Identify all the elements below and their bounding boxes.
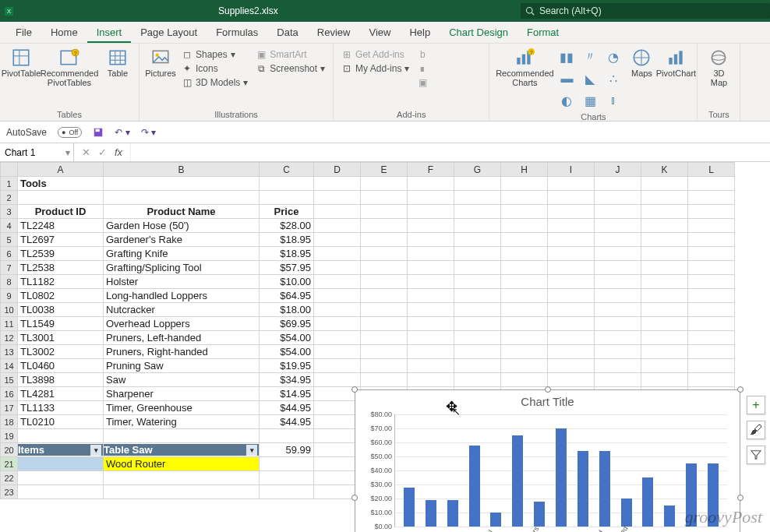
- table-row[interactable]: 8TL1182Holster$10.00: [1, 275, 735, 289]
- visio-button[interactable]: ▣: [414, 76, 484, 89]
- chart-bar[interactable]: [642, 477, 653, 527]
- cell[interactable]: Timer, Watering: [104, 415, 260, 429]
- col-header[interactable]: C: [260, 163, 314, 177]
- chart-bar[interactable]: [599, 451, 610, 527]
- tab-file[interactable]: File: [6, 22, 41, 43]
- pictures-button[interactable]: Pictures: [144, 47, 177, 78]
- chart-bar-button[interactable]: ▬: [556, 70, 577, 87]
- resize-handle[interactable]: [737, 386, 744, 393]
- chart-styles-button[interactable]: 🖌: [747, 421, 765, 439]
- name-box-input[interactable]: [5, 147, 59, 158]
- shapes-button[interactable]: ◻Shapes ▾: [178, 48, 251, 61]
- cell[interactable]: Overhead Loppers: [104, 317, 260, 331]
- save-button[interactable]: [93, 127, 104, 138]
- bing-maps-button[interactable]: b: [414, 48, 484, 61]
- tab-help[interactable]: Help: [400, 22, 440, 43]
- cell[interactable]: Grafting Knife: [104, 247, 260, 261]
- select-all[interactable]: [1, 163, 18, 177]
- maps-button[interactable]: Maps: [625, 47, 658, 78]
- cell[interactable]: TL3001: [18, 331, 104, 345]
- chart-title[interactable]: Chart Title: [355, 390, 740, 408]
- fx-icon[interactable]: fx: [115, 146, 122, 158]
- formula-input[interactable]: [131, 143, 770, 161]
- cell[interactable]: $34.95: [260, 373, 314, 387]
- cell[interactable]: $10.00: [260, 275, 314, 289]
- table-row[interactable]: 9TL0802Long-handled Loppers$64.95: [1, 289, 735, 303]
- row-header[interactable]: 13: [1, 345, 18, 359]
- cell[interactable]: TL0210: [18, 415, 104, 429]
- row-header[interactable]: 17: [1, 401, 18, 415]
- resize-handle[interactable]: [351, 386, 358, 393]
- cell[interactable]: $18.95: [260, 233, 314, 247]
- chart-area-button[interactable]: ◣: [580, 70, 600, 87]
- tab-page-layout[interactable]: Page Layout: [131, 22, 207, 43]
- row-header[interactable]: 21: [1, 457, 18, 471]
- cell[interactable]: TL0460: [18, 359, 104, 373]
- cell[interactable]: $69.95: [260, 317, 314, 331]
- col-header[interactable]: H: [501, 163, 548, 177]
- table-row[interactable]: 11TL1549Overhead Loppers$69.95: [1, 317, 735, 331]
- chart-bar[interactable]: [556, 428, 567, 527]
- worksheet[interactable]: A B C D E F G H I J K L 1Tools 2 3 Produ…: [0, 162, 770, 499]
- cell[interactable]: Sharpener: [104, 387, 260, 401]
- cell[interactable]: Product ID: [18, 205, 104, 219]
- cell[interactable]: $44.95: [260, 401, 314, 415]
- filter-dropdown-icon[interactable]: ▾: [90, 445, 101, 456]
- row-header[interactable]: 23: [1, 485, 18, 499]
- col-header[interactable]: K: [641, 163, 688, 177]
- tab-review[interactable]: Review: [308, 22, 360, 43]
- col-header[interactable]: D: [314, 163, 361, 177]
- cell[interactable]: Holster: [104, 275, 260, 289]
- icons-button[interactable]: ✦Icons: [178, 62, 251, 75]
- chart-column-button[interactable]: ▮▮: [556, 48, 577, 65]
- table-row[interactable]: 5TL2697Gardener's Rake$18.95: [1, 233, 735, 247]
- row-header[interactable]: 19: [1, 429, 18, 443]
- cancel-formula-icon[interactable]: ✕: [82, 146, 90, 158]
- cell[interactable]: TL0802: [18, 289, 104, 303]
- table-row[interactable]: 15TL3898Saw$34.95: [1, 373, 735, 387]
- row-header[interactable]: 14: [1, 359, 18, 373]
- cell[interactable]: Pruners, Left-handed: [104, 331, 260, 345]
- pivottable-button[interactable]: PivotTable: [5, 47, 37, 78]
- col-header[interactable]: I: [548, 163, 595, 177]
- col-header[interactable]: A: [18, 163, 104, 177]
- cell[interactable]: $18.95: [260, 247, 314, 261]
- cell[interactable]: $64.95: [260, 289, 314, 303]
- cell[interactable]: Tools: [18, 177, 104, 191]
- tab-home[interactable]: Home: [41, 22, 87, 43]
- row-header[interactable]: 7: [1, 261, 18, 275]
- 3d-models-button[interactable]: ◫3D Models ▾: [178, 76, 251, 89]
- cell[interactable]: TL1182: [18, 275, 104, 289]
- tab-data[interactable]: Data: [267, 22, 307, 43]
- undo-button[interactable]: ↶ ▾: [115, 127, 129, 138]
- recommended-pivottables-button[interactable]: ? Recommended PivotTables: [39, 47, 100, 87]
- row-header[interactable]: 18: [1, 415, 18, 429]
- cell[interactable]: TL2697: [18, 233, 104, 247]
- table-row[interactable]: 10TL0038Nutcracker$18.00: [1, 303, 735, 317]
- table-row[interactable]: 6TL2539Grafting Knife$18.95: [1, 247, 735, 261]
- cell[interactable]: Grafting/Splicing Tool: [104, 261, 260, 275]
- chart-bar[interactable]: [447, 500, 458, 527]
- screenshot-button[interactable]: ⧉Screenshot ▾: [253, 62, 328, 75]
- chevron-down-icon[interactable]: ▾: [65, 147, 73, 158]
- col-header[interactable]: J: [595, 163, 641, 177]
- cell[interactable]: $14.95: [260, 387, 314, 401]
- cell[interactable]: $44.95: [260, 415, 314, 429]
- tab-insert[interactable]: Insert: [87, 22, 132, 43]
- tab-formulas[interactable]: Formulas: [207, 22, 267, 43]
- row-header[interactable]: 9: [1, 289, 18, 303]
- 3d-map-button[interactable]: 3D Map: [702, 47, 735, 87]
- cell[interactable]: $54.00: [260, 345, 314, 359]
- chart-combo-button[interactable]: ⫾: [603, 92, 623, 109]
- resize-handle[interactable]: [545, 386, 551, 393]
- chart-filters-button[interactable]: [747, 446, 765, 464]
- search-box[interactable]: [521, 3, 770, 19]
- cell[interactable]: $28.00: [260, 219, 314, 233]
- row-header[interactable]: 20: [1, 443, 18, 457]
- chart-elements-button[interactable]: +: [747, 396, 765, 414]
- my-addins-button[interactable]: ⊡My Add-ins ▾: [338, 62, 412, 75]
- people-graph-button[interactable]: ∎: [414, 62, 484, 75]
- tab-format[interactable]: Format: [517, 22, 568, 43]
- filter-dropdown-icon[interactable]: ▾: [246, 445, 257, 456]
- row-header[interactable]: 4: [1, 219, 18, 233]
